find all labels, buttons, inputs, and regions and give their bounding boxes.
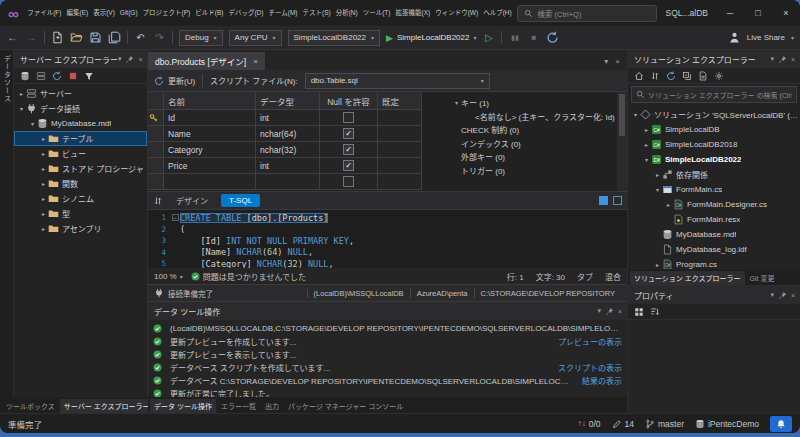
bottom-panel-tab[interactable]: パッケージ マネージャー コンソール xyxy=(284,399,407,413)
left-panel-tab[interactable]: ツールボックス xyxy=(2,399,59,413)
data-type-cell[interactable]: int xyxy=(256,158,320,174)
allow-nulls-checkbox[interactable] xyxy=(343,176,354,187)
tsql-pane-tab[interactable]: T-SQL xyxy=(221,194,260,207)
allow-nulls-checkbox[interactable]: ✓ xyxy=(343,144,354,155)
chevron-expanded-icon[interactable]: ▾ xyxy=(28,120,37,127)
data-sources-vertical-tab[interactable]: データソース xyxy=(2,55,12,397)
allow-nulls-cell[interactable] xyxy=(320,110,378,126)
bottom-panel-tab[interactable]: データ ツール操作 xyxy=(150,399,216,413)
solution-tree-item[interactable]: ▾FormMain.cs xyxy=(628,182,800,197)
menu-item[interactable]: 表示(V) xyxy=(91,0,118,26)
close-icon[interactable]: × xyxy=(791,292,795,299)
operation-link[interactable]: スクリプトの表示 xyxy=(558,362,622,373)
chevron-expanded-icon[interactable]: ▾ xyxy=(653,186,662,193)
tsql-editor[interactable]: 1−CREATE TABLE [dbo].[Products]2(3 [Id] … xyxy=(148,210,627,268)
connect-database-icon[interactable] xyxy=(20,71,30,81)
refresh-icon[interactable] xyxy=(666,71,676,81)
quick-search-input[interactable]: 検索 (Ctrl+Q) xyxy=(517,5,657,22)
column-name-cell[interactable]: Price xyxy=(164,158,256,174)
menu-item[interactable]: Git(G) xyxy=(117,0,140,26)
close-icon[interactable]: × xyxy=(791,56,795,63)
chevron-collapsed-icon[interactable]: ▸ xyxy=(39,150,48,157)
document-tab[interactable]: dbo.Products [デザイン] × xyxy=(148,52,265,70)
chevron-collapsed-icon[interactable]: ▸ xyxy=(642,141,651,148)
minimize-button[interactable]: ─ xyxy=(716,0,744,26)
right-panel-tab[interactable]: ソリューション エクスプローラー xyxy=(630,271,745,285)
chevron-collapsed-icon[interactable]: ▸ xyxy=(39,225,48,232)
chevron-collapsed-icon[interactable]: ▸ xyxy=(653,261,662,268)
scrollbar-thumb[interactable] xyxy=(619,94,625,136)
allow-nulls-checkbox[interactable] xyxy=(343,112,354,123)
notifications-bell[interactable] xyxy=(770,416,792,432)
solution-search-input[interactable]: ソリューション エクスプローラー の検索 (Ctrl+;) xyxy=(631,86,797,103)
script-file-dropdown[interactable]: dbo.Table.sql ▾ xyxy=(305,73,490,89)
server-tree-item[interactable]: ▸ビュー xyxy=(14,146,147,161)
solution-tree-item[interactable]: FormMain.resx xyxy=(628,212,800,227)
bottom-panel-tab[interactable]: 出力 xyxy=(261,399,283,413)
grid-row[interactable] xyxy=(148,174,438,190)
redo-icon[interactable]: ↷ xyxy=(153,32,166,43)
server-tree-item[interactable]: ▾データ接続 xyxy=(14,101,147,116)
pin-icon[interactable] xyxy=(605,307,614,316)
open-file-icon[interactable] xyxy=(70,31,83,44)
menu-item[interactable]: 編集(E) xyxy=(64,0,91,26)
swap-panes-icon[interactable] xyxy=(153,196,163,206)
data-type-cell[interactable] xyxy=(256,174,320,190)
document-health-indicator[interactable]: 問題は見つかりませんでした xyxy=(191,271,306,282)
grid-row[interactable]: Idint xyxy=(148,110,438,126)
chevron-expanded-icon[interactable]: ▾ xyxy=(17,105,26,112)
server-tree-item[interactable]: ▾MyDatabase.mdf xyxy=(14,116,147,131)
filter-icon[interactable] xyxy=(84,71,94,81)
menu-item[interactable]: ウィンドウ(W) xyxy=(433,0,481,26)
row-selector[interactable] xyxy=(148,126,164,142)
menu-item[interactable]: ツール(T) xyxy=(360,0,393,26)
properties-icon[interactable] xyxy=(714,71,724,81)
code-line[interactable]: 5 [Category] NCHAR(32) NULL, xyxy=(148,258,627,268)
menu-item[interactable]: 拡張機能(X) xyxy=(393,0,433,26)
menu-item[interactable]: 分析(N) xyxy=(333,0,360,26)
allow-nulls-cell[interactable]: ✓ xyxy=(320,158,378,174)
connect-server-icon[interactable] xyxy=(36,71,46,81)
right-panel-tab[interactable]: Git 変更 xyxy=(746,271,779,285)
pending-changes[interactable]: 14 xyxy=(612,419,634,429)
close-icon[interactable]: × xyxy=(615,57,620,66)
chevron-collapsed-icon[interactable]: ▸ xyxy=(39,210,48,217)
chevron-collapsed-icon[interactable]: ▸ xyxy=(664,201,673,208)
grid-column-header[interactable]: Null を許容 xyxy=(320,92,378,110)
nav-back-icon[interactable]: ← xyxy=(6,32,19,43)
server-tree-item[interactable]: ▸シノニム xyxy=(14,191,147,206)
undo-icon[interactable]: ↶ xyxy=(134,32,147,43)
refresh-icon[interactable] xyxy=(52,71,62,81)
operation-link[interactable]: 結果の表示 xyxy=(582,375,622,386)
chevron-collapsed-icon[interactable]: ▸ xyxy=(39,195,48,202)
column-name-cell[interactable] xyxy=(164,174,256,190)
keys-panel-item[interactable]: ▾キー (1) xyxy=(452,96,615,110)
configuration-dropdown[interactable]: Debug▾ xyxy=(179,30,223,46)
menu-item[interactable]: ビルド(B) xyxy=(193,0,226,26)
server-tree-item[interactable]: ▸ストアド プロシージャ xyxy=(14,161,147,176)
chevron-down-icon[interactable]: ▾ xyxy=(770,291,774,299)
platform-dropdown[interactable]: Any CPU▾ xyxy=(229,30,282,46)
allow-nulls-cell[interactable]: ✓ xyxy=(320,142,378,158)
design-pane-tab[interactable]: デザイン xyxy=(168,193,216,208)
default-cell[interactable] xyxy=(378,174,422,190)
pin-icon[interactable] xyxy=(125,55,134,64)
chevron-expanded-icon[interactable]: ▾ xyxy=(642,156,651,163)
code-line[interactable]: 1−CREATE TABLE [dbo].[Products] xyxy=(148,212,627,224)
save-all-icon[interactable] xyxy=(108,31,121,44)
chevron-collapsed-icon[interactable]: ▸ xyxy=(17,90,26,97)
stop-icon[interactable]: ■ xyxy=(527,33,540,42)
code-line[interactable]: 4 [Name] NCHAR(64) NULL, xyxy=(148,247,627,259)
split-vertical-icon[interactable] xyxy=(613,196,622,205)
chevron-collapsed-icon[interactable]: ▸ xyxy=(39,165,48,172)
solution-tree-item[interactable]: ▸C#SimpleLocalDB2018 xyxy=(628,137,800,152)
chevron-collapsed-icon[interactable]: ▸ xyxy=(39,180,48,187)
column-name-cell[interactable]: Name xyxy=(164,126,256,142)
operation-link[interactable]: プレビューの表示 xyxy=(558,336,622,347)
grid-column-header[interactable]: データ型 xyxy=(256,92,320,110)
switch-views-icon[interactable] xyxy=(650,71,660,81)
chevron-collapsed-icon[interactable]: ▸ xyxy=(642,126,651,133)
allow-nulls-checkbox[interactable]: ✓ xyxy=(343,160,354,171)
default-cell[interactable] xyxy=(378,110,422,126)
pin-icon[interactable] xyxy=(778,291,787,300)
